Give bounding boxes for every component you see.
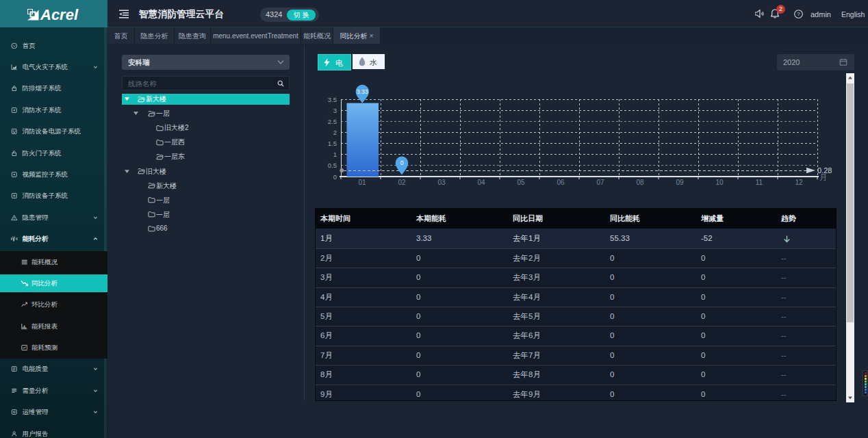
svg-text:12: 12 [795,179,803,186]
svg-text:月: 月 [819,173,827,181]
svg-text:09: 09 [676,179,684,186]
svg-text:1.5: 1.5 [328,140,337,147]
svg-text:01: 01 [358,179,366,186]
svg-text:0.5: 0.5 [328,162,337,169]
svg-text:10: 10 [715,179,724,186]
svg-text:02: 02 [398,179,406,186]
svg-text:0: 0 [400,159,404,166]
svg-text:1: 1 [333,151,337,158]
svg-text:08: 08 [636,179,644,186]
svg-text:04: 04 [477,179,485,186]
svg-text:2: 2 [333,129,337,136]
svg-text:0: 0 [333,173,337,181]
svg-text:3.5: 3.5 [328,96,337,103]
svg-text:11: 11 [756,179,763,186]
svg-text:03: 03 [437,179,446,186]
svg-text:2.5: 2.5 [328,118,337,125]
svg-text:07: 07 [596,179,604,186]
svg-text:3.33: 3.33 [357,88,368,95]
svg-text:3: 3 [333,107,337,114]
svg-text:06: 06 [557,179,565,186]
svg-text:05: 05 [517,179,525,186]
